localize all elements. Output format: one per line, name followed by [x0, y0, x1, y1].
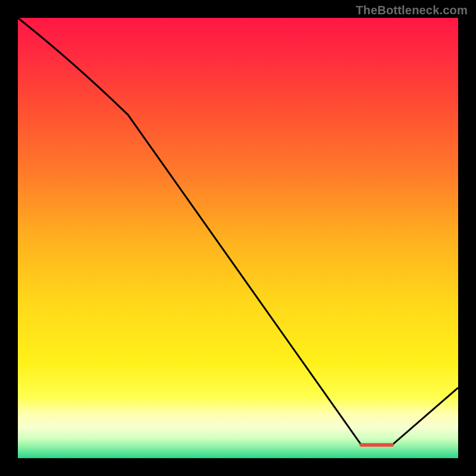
watermark-text: TheBottleneck.com	[356, 4, 468, 17]
plot-area	[18, 18, 458, 458]
heat-gradient-background	[18, 18, 458, 458]
chart-frame: TheBottleneck.com	[0, 0, 476, 476]
chart-svg	[18, 18, 458, 458]
